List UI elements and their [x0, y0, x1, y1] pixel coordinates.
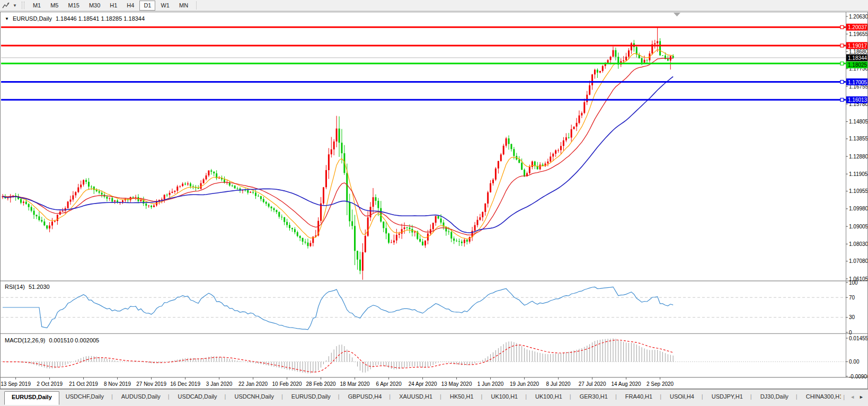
- svg-text:27 Jul 2020: 27 Jul 2020: [579, 381, 606, 387]
- svg-text:1.12880: 1.12880: [849, 154, 868, 160]
- svg-text:1.19655: 1.19655: [849, 31, 868, 37]
- svg-text:8 Nov 2019: 8 Nov 2019: [104, 381, 131, 387]
- svg-text:1.18025: 1.18025: [848, 62, 867, 68]
- chart-title-collapse-icon[interactable]: ▼: [5, 16, 9, 21]
- svg-text:13 May 2020: 13 May 2020: [441, 381, 472, 387]
- timeframe-button-w1[interactable]: W1: [156, 1, 174, 11]
- chart-tab-fra40-h1[interactable]: FRA40,H1: [621, 391, 666, 403]
- svg-text:1.09980: 1.09980: [849, 206, 868, 211]
- timeframe-button-h4[interactable]: H4: [122, 1, 138, 11]
- svg-text:13 Sep 2019: 13 Sep 2019: [1, 381, 31, 387]
- chart-tab-usdchf-daily[interactable]: USDCHF,Daily: [61, 391, 117, 403]
- chart-tab-audusd-daily[interactable]: AUDUSD,Daily: [117, 391, 174, 403]
- timeframe-button-d1[interactable]: D1: [139, 1, 155, 11]
- chart-tab-eurusd-daily[interactable]: EURUSD,Daily: [287, 391, 344, 403]
- rsi-name: RSI(14): [5, 284, 25, 290]
- svg-text:0: 0: [849, 330, 852, 336]
- timeframe-buttons: M1M5M15M30H1H4D1W1MN: [28, 0, 193, 11]
- chart-tab-uk100-h1[interactable]: UK100,H1: [531, 391, 575, 403]
- svg-text:1 Jun 2020: 1 Jun 2020: [477, 381, 504, 387]
- timeframe-button-m30[interactable]: M30: [85, 1, 104, 11]
- chart-tab-eurusd-daily[interactable]: EURUSD,Daily: [4, 391, 59, 405]
- toolbar-dropdown-caret-icon[interactable]: ▼: [11, 3, 19, 8]
- toolbar-separator: [196, 1, 197, 10]
- chart-tab-ger30-h1[interactable]: GER30,H1: [575, 391, 621, 403]
- chart-tab-usoil-h4[interactable]: USOil,H4: [666, 391, 707, 403]
- macd-current-values: 0.001510 0.002005: [49, 337, 99, 343]
- svg-text:1.19017: 1.19017: [848, 43, 867, 49]
- chart-tab-china300-h1[interactable]: CHINA300,H1: [802, 391, 842, 403]
- svg-text:2 Oct 2019: 2 Oct 2019: [37, 381, 63, 387]
- timeframe-button-mn[interactable]: MN: [175, 1, 192, 11]
- chart-symbol-label: EURUSD,Daily: [13, 15, 52, 22]
- macd-name: MACD(12,26,9): [5, 337, 45, 343]
- svg-text:1.09005: 1.09005: [849, 224, 868, 230]
- svg-text:28 Feb 2020: 28 Feb 2020: [306, 381, 336, 387]
- svg-text:3 Jan 2020: 3 Jan 2020: [206, 381, 233, 387]
- svg-text:-0.009005: -0.009005: [849, 374, 868, 379]
- tabs-scroll-right-icon[interactable]: ►: [859, 394, 864, 400]
- svg-text:24 Apr 2020: 24 Apr 2020: [409, 381, 437, 387]
- svg-text:1.20630: 1.20630: [849, 14, 868, 20]
- svg-text:21 Oct 2019: 21 Oct 2019: [69, 381, 98, 387]
- svg-text:1.10955: 1.10955: [849, 188, 868, 194]
- svg-text:2 Sep 2020: 2 Sep 2020: [646, 381, 674, 387]
- svg-text:27 Nov 2019: 27 Nov 2019: [136, 381, 166, 387]
- chart-tab-gbpusd-h4[interactable]: GBPUSD,H4: [344, 391, 395, 403]
- toolbar-grip: [22, 2, 24, 9]
- timeframe-button-h1[interactable]: H1: [105, 1, 121, 11]
- chart-ohlc-values: 1.18446 1.18541 1.18285 1.18344: [56, 15, 145, 22]
- svg-text:8 Jul 2020: 8 Jul 2020: [546, 381, 571, 387]
- chart-tabs-bar: EURUSD,DailyUSDCHF,DailyAUDUSD,DailyUSDC…: [0, 389, 868, 406]
- chart-tab-usdjpy-h1[interactable]: USDJPY,H1: [707, 391, 756, 403]
- price-chart-canvas[interactable]: 1.206301.196551.186801.177301.167551.157…: [0, 12, 868, 389]
- svg-text:16 Dec 2019: 16 Dec 2019: [170, 381, 200, 387]
- timeframe-button-m5[interactable]: M5: [46, 1, 63, 11]
- chart-cursor-icon[interactable]: [1, 1, 11, 10]
- svg-text:70: 70: [849, 295, 855, 301]
- chart-tab-xauusd-h1[interactable]: XAUUSD,H1: [395, 391, 446, 403]
- chart-tab-usdcad-daily[interactable]: USDCAD,Daily: [174, 391, 231, 403]
- chart-tab-hk50-h1[interactable]: HK50,H1: [446, 391, 487, 403]
- svg-text:1.18680: 1.18680: [849, 49, 868, 55]
- svg-text:19 Jun 2020: 19 Jun 2020: [510, 381, 539, 387]
- svg-text:0.00: 0.00: [849, 359, 860, 365]
- macd-indicator-label: MACD(12,26,9) 0.001510 0.002005: [5, 337, 99, 343]
- timeframe-button-m1[interactable]: M1: [29, 1, 45, 11]
- svg-text:1.16013: 1.16013: [848, 97, 867, 103]
- chart-tab-dj30-daily[interactable]: DJ30,Daily: [756, 391, 802, 403]
- svg-text:1.17005: 1.17005: [848, 80, 867, 85]
- svg-text:100: 100: [849, 280, 858, 286]
- svg-text:1.08030: 1.08030: [849, 241, 868, 247]
- top-toolbar: ▼ M1M5M15M30H1H4D1W1MN: [0, 0, 868, 11]
- svg-text:1.11905: 1.11905: [849, 171, 868, 177]
- svg-text:14 Aug 2020: 14 Aug 2020: [612, 381, 642, 387]
- rsi-current-value: 51.2030: [29, 284, 50, 290]
- svg-text:1.13855: 1.13855: [849, 136, 868, 142]
- svg-text:10 Feb 2020: 10 Feb 2020: [272, 381, 303, 387]
- chart-title: ▼ EURUSD,Daily 1.18446 1.18541 1.18285 1…: [5, 15, 145, 22]
- svg-text:1.07080: 1.07080: [849, 258, 868, 264]
- svg-text:1.20037: 1.20037: [848, 24, 867, 30]
- svg-text:6 Apr 2020: 6 Apr 2020: [376, 381, 402, 387]
- svg-text:1.14805: 1.14805: [849, 119, 868, 125]
- rsi-indicator-label: RSI(14) 51.2030: [5, 284, 50, 290]
- svg-text:30: 30: [849, 314, 855, 320]
- tabs-scroll-left-icon[interactable]: ◄: [850, 394, 855, 400]
- svg-text:1.18344: 1.18344: [848, 55, 867, 61]
- svg-text:18 Mar 2020: 18 Mar 2020: [340, 381, 370, 387]
- chart-tab-usdcnh-daily[interactable]: USDCNH,Daily: [230, 391, 287, 403]
- timeframe-button-m15[interactable]: M15: [64, 1, 83, 11]
- chart-tabs: EURUSD,DailyUSDCHF,DailyAUDUSD,DailyUSDC…: [0, 390, 841, 405]
- svg-text:22 Jan 2020: 22 Jan 2020: [238, 381, 268, 387]
- chart-tab-uk100-h1[interactable]: UK100,H1: [486, 391, 531, 403]
- tabs-scroll-arrows: ◄ ►: [841, 390, 868, 400]
- svg-text:0.014556: 0.014556: [849, 336, 868, 341]
